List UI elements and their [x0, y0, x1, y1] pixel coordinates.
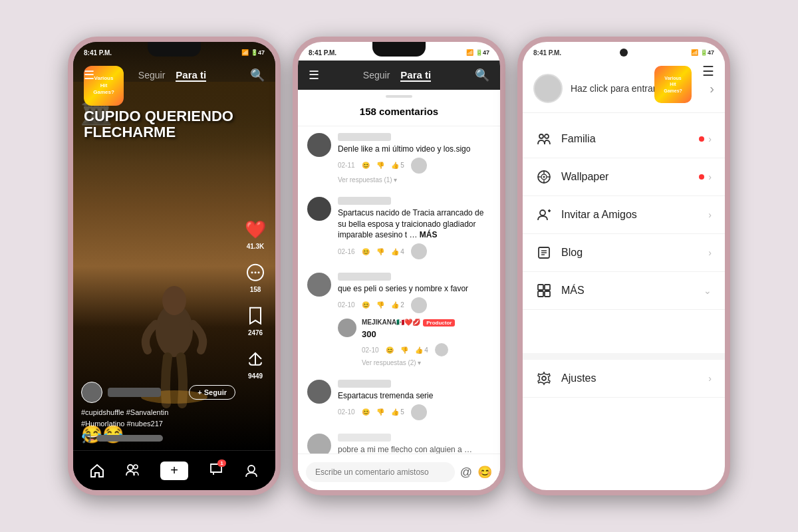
video-title-1: CUPIDO QUERIENDO FLECHARME	[84, 108, 235, 140]
familia-notification-dot	[699, 136, 704, 142]
message-badge-1: 1	[217, 460, 225, 467]
comment-username-1	[338, 133, 391, 141]
like-button-1[interactable]: ❤️ 41.3K	[243, 217, 267, 250]
comment-avatar-4	[307, 380, 331, 404]
hamburger-icon-1[interactable]: ☰	[84, 68, 94, 82]
menu-item-mas[interactable]: MÁS ⌄	[523, 272, 725, 310]
creator-avatar-1	[81, 382, 102, 403]
mas-chevron: ⌄	[704, 285, 712, 296]
seguir-tab-2[interactable]: Seguir	[363, 70, 390, 80]
reply-avatar-1	[338, 319, 356, 337]
svg-rect-26	[538, 285, 543, 290]
like-count-1: 41.3K	[247, 243, 265, 250]
menu-header[interactable]: Haz click para entrar. ›	[523, 61, 725, 113]
menu-item-ajustes[interactable]: Ajustes ›	[523, 360, 725, 398]
at-icon[interactable]: @	[460, 466, 472, 479]
reply-thumb-1	[435, 343, 448, 356]
scene: 8:41 P.M. 📶 🔋47	[68, 37, 730, 495]
create-button-1[interactable]: +	[160, 462, 188, 480]
comment-username-2	[338, 197, 391, 205]
comment-item-2: Spartacus nacido de Tracia arrancado de …	[298, 190, 500, 266]
para-ti-tab-2[interactable]: Para ti	[400, 69, 431, 82]
wallpaper-chevron: ›	[708, 172, 712, 182]
time-3: 8:41 P.M.	[533, 49, 561, 57]
hamburger-3[interactable]: ☰	[702, 63, 714, 79]
comment-button-1[interactable]: 158	[243, 261, 267, 293]
heart-icon-1: ❤️	[243, 217, 267, 241]
comment-input[interactable]	[306, 462, 455, 482]
phone-2: 8:41 P.M. 📶 🔋47 ☰ Seguir Para ti 🔍 158 c…	[293, 37, 505, 495]
menu-item-wallpaper[interactable]: Wallpaper ›	[523, 158, 725, 196]
comments-count-title: 158 comentarios	[360, 106, 438, 117]
svg-rect-28	[538, 291, 543, 297]
share-button-1[interactable]: 9449	[243, 347, 267, 380]
drag-handle[interactable]	[386, 95, 412, 98]
bottom-bar-1: + 1	[73, 450, 275, 490]
status-icons-1: 📶 🔋47	[241, 49, 265, 56]
familia-chevron: ›	[708, 134, 712, 144]
comments-list: Denle like a mi último video y los.sigo …	[298, 126, 500, 467]
time-2: 8:41 P.M.	[309, 49, 336, 57]
comments-sheet: 158 comentarios Denle like a mi último v…	[298, 90, 500, 490]
phone-notch-2	[372, 42, 426, 57]
music-icon-1: 🎵	[81, 433, 92, 444]
profile-tab-1[interactable]	[244, 464, 259, 478]
music-bar-1	[96, 435, 163, 442]
ajustes-label: Ajustes	[561, 372, 699, 384]
bookmark-button-1[interactable]: 2476	[243, 304, 267, 336]
familia-label: Familia	[561, 133, 690, 145]
comment-avatar-2	[307, 197, 331, 221]
home-tab-1[interactable]	[90, 464, 104, 478]
phone-notch	[148, 42, 201, 57]
menu-item-invitar[interactable]: Invitar a Amigos ›	[523, 196, 725, 234]
para-ti-tab-1[interactable]: Para ti	[176, 69, 206, 82]
hamburger-icon-2[interactable]: ☰	[309, 68, 319, 82]
phone-1: 8:41 P.M. 📶 🔋47	[68, 37, 281, 495]
comments-header: 158 comentarios	[298, 103, 500, 126]
reply-item-1: MEJIKANA🇲🇽❤️💋 Productor 300 02-10 😊 👎 👍 …	[338, 319, 491, 366]
svg-point-8	[134, 465, 138, 469]
ad-badge-3[interactable]: VariousHitGames?	[654, 66, 692, 103]
see-replies-1[interactable]: Ver respuestas (1) ▾	[338, 176, 491, 184]
comment-text-1: Denle like a mi último video y los.sigo	[338, 144, 491, 155]
emoji-icon[interactable]: 😊	[477, 465, 492, 479]
comment-text-4: Espartacus tremenda serie	[338, 390, 491, 402]
comment-user-thumb-4	[411, 404, 427, 420]
svg-point-1	[162, 286, 186, 315]
menu-login-chevron: ›	[710, 81, 714, 96]
menu-items-container: Familia › Wallpaper ›	[523, 120, 725, 310]
time-1: 8:41 P.M.	[84, 49, 112, 57]
top-nav-1: ☰ Seguir Para ti 🔍	[73, 61, 275, 90]
comment-user-thumb-3	[411, 297, 427, 313]
follow-button-1[interactable]: + Seguir	[189, 385, 235, 400]
creator-name-1	[108, 388, 161, 397]
search-icon-1[interactable]: 🔍	[250, 68, 265, 82]
menu-item-familia[interactable]: Familia ›	[523, 120, 725, 158]
camera-hole	[620, 49, 628, 57]
see-replies-2[interactable]: Ver respuestas (2) ▾	[362, 359, 455, 366]
invitar-icon	[536, 207, 552, 223]
wallpaper-notification-dot	[699, 174, 704, 180]
messages-tab-1[interactable]: 1	[209, 462, 223, 479]
svg-rect-27	[545, 285, 550, 290]
mas-label: MÁS	[561, 285, 694, 297]
svg-point-7	[128, 465, 133, 470]
comment-count-1: 158	[250, 286, 261, 293]
top-nav-2: ☰ Seguir Para ti 🔍	[298, 61, 500, 90]
ajustes-icon	[536, 370, 552, 386]
svg-point-11	[545, 134, 549, 138]
svg-point-19	[540, 210, 545, 215]
svg-point-10	[539, 134, 543, 138]
seguir-tab-1[interactable]: Seguir	[138, 70, 165, 80]
invitar-chevron: ›	[708, 209, 712, 220]
bookmark-count-1: 2476	[248, 329, 263, 336]
comment-username-5	[338, 434, 391, 442]
settings-container: Ajustes ›	[523, 360, 725, 398]
comment-item-1: Denle like a mi último video y los.sigo …	[298, 126, 500, 190]
comment-item-4: Espartacus tremenda serie 02-10 😊 👎 👍 5	[298, 373, 500, 427]
menu-item-blog[interactable]: Blog ›	[523, 234, 725, 272]
search-icon-2[interactable]: 🔍	[475, 68, 489, 82]
nav-tabs-1: Seguir Para ti	[138, 69, 206, 82]
friends-tab-1[interactable]	[125, 462, 140, 479]
right-actions-1: ❤️ 41.3K 158 2476 9449	[243, 217, 267, 380]
